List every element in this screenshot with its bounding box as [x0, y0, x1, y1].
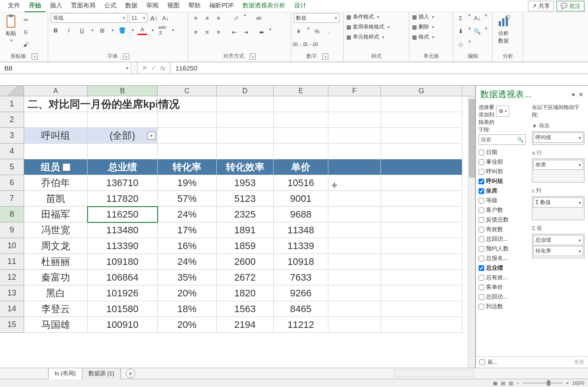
cols-area-well[interactable]: Σ 数值▾ [532, 196, 584, 220]
cell[interactable]: 苗凯 [24, 191, 88, 207]
row-header[interactable]: 13 [0, 285, 24, 301]
row-header[interactable]: 6 [0, 175, 24, 191]
sort-dropdown-icon[interactable]: ↓ [63, 163, 70, 171]
field-item[interactable]: 呼叫组 [479, 176, 526, 186]
cell-style-button[interactable]: ▦单元格样式▾ [346, 33, 384, 41]
underline-button[interactable]: U [77, 25, 87, 35]
cell[interactable]: 杜丽丽 [24, 254, 88, 270]
cell[interactable] [24, 112, 88, 128]
find-icon[interactable]: 🔍 [472, 26, 482, 36]
cell[interactable] [381, 191, 462, 207]
cell[interactable] [328, 144, 381, 159]
area-pill[interactable]: 坐席▾ [533, 160, 583, 170]
cell[interactable]: 101580 [88, 301, 158, 317]
zoom-in-icon[interactable]: + [566, 380, 568, 386]
cell[interactable]: 2600 [217, 254, 274, 270]
cell[interactable] [328, 128, 381, 144]
cell[interactable]: 136710 [88, 175, 158, 191]
font-color-icon[interactable]: A [137, 25, 147, 35]
analyze-data-button[interactable]: 分析 数据 [495, 13, 512, 46]
field-checkbox[interactable] [479, 304, 484, 310]
field-checkbox[interactable] [479, 179, 484, 184]
cell[interactable] [274, 96, 328, 112]
cell[interactable]: 1563 [217, 301, 274, 317]
cell[interactable]: 101926 [88, 285, 158, 301]
cell[interactable]: 冯世宽 [24, 222, 88, 238]
cell[interactable]: 113390 [88, 238, 158, 254]
cell[interactable] [328, 238, 381, 254]
align-top-icon[interactable]: ≡ [191, 13, 201, 23]
decrease-font-icon[interactable]: A↓ [161, 13, 170, 23]
cell[interactable] [158, 128, 217, 144]
cell[interactable]: 35% [158, 270, 217, 285]
insert-button[interactable]: ▦插入▾ [412, 13, 434, 21]
cell[interactable] [381, 285, 462, 301]
row-header[interactable]: 8 [0, 207, 24, 222]
cell[interactable] [381, 222, 462, 238]
cell[interactable] [328, 175, 381, 191]
field-item[interactable]: 日期 [479, 148, 526, 157]
orientation-icon[interactable]: ⤢ [231, 13, 241, 23]
col-header-C[interactable]: C [158, 86, 217, 96]
cell[interactable]: 10918 [274, 254, 328, 270]
zoom-out-icon[interactable]: − [517, 380, 519, 386]
cell[interactable]: 转化率 [158, 159, 217, 175]
cell[interactable]: 24% [158, 207, 217, 222]
cell[interactable] [381, 254, 462, 270]
cell[interactable]: 19% [158, 175, 217, 191]
area-pill[interactable]: 总业绩▾ [533, 235, 583, 245]
cell[interactable] [381, 112, 462, 128]
cell[interactable] [274, 144, 328, 159]
cell[interactable]: 5123 [217, 191, 274, 207]
field-item[interactable]: 坐席 [479, 186, 526, 196]
copy-icon[interactable]: ⎘ [21, 27, 31, 37]
cell[interactable]: 9001 [274, 191, 328, 207]
row-header[interactable]: 7 [0, 191, 24, 207]
field-checkbox[interactable] [479, 169, 484, 175]
cell[interactable] [328, 112, 381, 128]
formula-input[interactable]: 116250 [170, 62, 588, 74]
field-item[interactable]: 客单价 [479, 282, 526, 292]
field-checkbox[interactable] [479, 265, 484, 271]
rows-area-well[interactable]: 坐席▾ [532, 158, 584, 183]
align-center-icon[interactable]: ≡ [202, 27, 212, 37]
cell[interactable]: 20% [158, 317, 217, 333]
cell[interactable] [88, 96, 158, 112]
cell[interactable] [158, 96, 217, 112]
cancel-formula-icon[interactable]: ✕ [142, 64, 148, 72]
dialog-launcher-icon[interactable]: ↘ [123, 53, 129, 60]
name-box[interactable]: B8▾ [0, 62, 131, 74]
field-item[interactable]: 总业绩 [479, 263, 526, 273]
cell[interactable]: 18% [158, 301, 217, 317]
zoom-slider[interactable] [523, 382, 562, 384]
area-pill[interactable]: Σ 数值▾ [533, 197, 583, 208]
cell[interactable]: 李登云 [24, 301, 88, 317]
cell[interactable]: 17% [158, 222, 217, 238]
increase-decimal-icon[interactable]: .00→.0 [294, 39, 303, 49]
dialog-launcher-icon[interactable]: ↘ [322, 53, 328, 60]
cell[interactable]: 106864 [88, 270, 158, 285]
cell[interactable]: 1953 [217, 175, 274, 191]
field-item[interactable]: 预约人数 [479, 244, 526, 253]
cell[interactable]: 1820 [217, 285, 274, 301]
cell[interactable] [328, 207, 381, 222]
cell[interactable]: 转化效率 [217, 159, 274, 175]
cell[interactable] [381, 301, 462, 317]
dialog-launcher-icon[interactable]: ↘ [32, 53, 38, 60]
font-name-combo[interactable]: 等线▾ [51, 13, 127, 23]
clear-icon[interactable]: ◇ [456, 39, 465, 49]
row-header[interactable]: 10 [0, 238, 24, 254]
worksheet[interactable]: ABCDEFG 1二、对比同一月份的坐席kpi情况23呼叫组(全部)▾45组员 … [0, 86, 475, 368]
cell[interactable]: 呼叫组 [24, 128, 88, 144]
field-item[interactable]: 有效数 [479, 225, 526, 234]
menu-item-1[interactable]: 开始 [25, 0, 46, 12]
cell[interactable] [328, 285, 381, 301]
paste-button[interactable]: 粘贴▾ [3, 13, 19, 43]
cell[interactable]: 田福军 [24, 207, 88, 222]
zoom-level[interactable]: 160% [572, 380, 584, 386]
cell[interactable] [328, 222, 381, 238]
cell[interactable]: 2672 [217, 270, 274, 285]
row-header[interactable]: 4 [0, 144, 24, 159]
sort-filter-icon[interactable]: A↓ [472, 13, 482, 23]
cell[interactable]: 总业绩 [88, 159, 158, 175]
